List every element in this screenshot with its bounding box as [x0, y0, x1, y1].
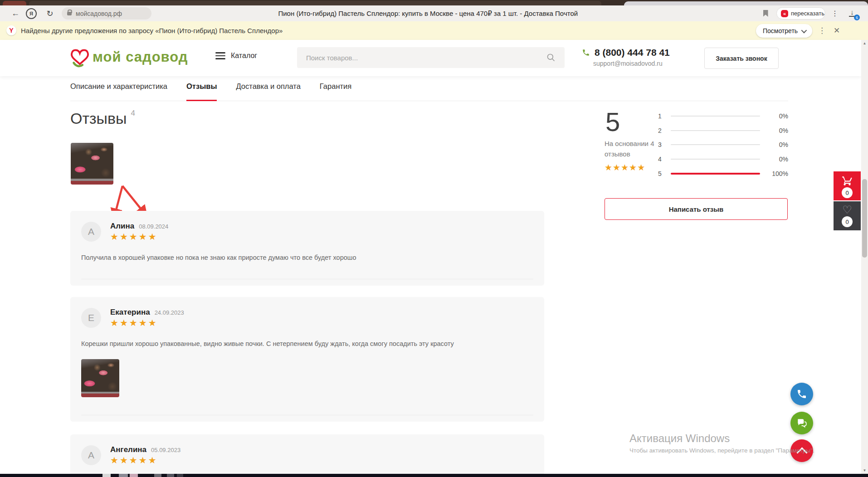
back-icon[interactable]: ← [10, 5, 21, 21]
reviews-heading-text: Отзывы [70, 110, 127, 127]
rating-bar-label: 4 [658, 156, 664, 163]
rating-bar-percent: 0% [766, 156, 788, 163]
heart-logo-icon [69, 46, 91, 68]
rating-bar-label: 3 [658, 141, 664, 148]
wishlist-count-badge: 0 [842, 216, 853, 227]
lock-icon [67, 12, 72, 15]
review-date: 08.09.2024 [139, 223, 168, 230]
browser-toolbar: ← Я ↻ мойсадовод.рф Пион (Ито-гибрид) Па… [0, 5, 868, 22]
support-email[interactable]: support@moisadovod.ru [593, 60, 663, 67]
scrollbar-up-icon[interactable]: ▲ [861, 41, 868, 45]
search-input[interactable]: Поиск товаров... [297, 47, 565, 68]
cart-widget[interactable]: 0 [834, 171, 861, 200]
taskbar-item[interactable] [154, 474, 161, 477]
search-icon[interactable] [546, 53, 556, 62]
toolbar-menu-icon[interactable]: ⋮ [831, 5, 839, 21]
notification-close-icon[interactable]: ✕ [834, 21, 840, 40]
windows-watermark-subtitle: Чтобы активировать Windows, перейдите в … [629, 447, 814, 454]
review-date: 05.09.2023 [151, 447, 180, 453]
scrollbar-thumb[interactable] [862, 179, 867, 258]
browser-tab-strip [0, 0, 868, 5]
windows-watermark-title: Активация Windows [629, 432, 730, 445]
browser-logo-letter: Я [26, 8, 37, 19]
view-offers-button[interactable]: Посмотреть [756, 24, 812, 38]
tab-0[interactable]: Описание и характеристика [70, 82, 167, 101]
divider [81, 279, 533, 279]
review-stars: ★★★★★ [110, 232, 168, 241]
bookmark-glyph [763, 10, 768, 17]
browser-tab[interactable] [3, 1, 26, 5]
rating-bar-track [671, 144, 760, 145]
taskbar-item[interactable] [167, 474, 174, 477]
address-bar[interactable]: мойсадовод.рф [62, 7, 151, 19]
review-card: Е Екатерина 24.09.2023 ★★★★★ Корешки при… [70, 297, 544, 422]
rating-bar-track [671, 159, 760, 160]
notification-menu-icon[interactable]: ⋮ [818, 21, 826, 40]
reviewer-name: Екатерина [110, 308, 150, 317]
retell-button[interactable]: « пересказать [776, 7, 825, 19]
callback-button[interactable]: Заказать звонок [704, 48, 779, 69]
reviewer-name: Ангелина [110, 445, 146, 454]
review-stars: ★★★★★ [110, 456, 180, 465]
cart-icon [841, 175, 853, 186]
phone-link[interactable]: 8 (800) 444 78 41 [582, 47, 670, 58]
download-badge: 6 [854, 15, 860, 20]
page-title: Пион (Ито-гибрид) Пастель Сплендор: купи… [278, 5, 578, 21]
view-offers-label: Посмотреть [763, 27, 798, 34]
retell-label: пересказать [791, 10, 824, 17]
reviews-heading: Отзывы4 [70, 109, 135, 127]
avatar: А [81, 445, 101, 465]
review-card: А Ангелина 05.09.2023 ★★★★★ [70, 434, 544, 477]
wishlist-widget[interactable]: ♡ 0 [834, 201, 861, 230]
downloads-button[interactable]: ↓ 6 [847, 9, 857, 19]
rating-bar-fill [671, 173, 760, 175]
review-gallery-photo[interactable] [71, 143, 113, 185]
catalog-button[interactable]: Каталог [215, 52, 257, 60]
taskbar-item[interactable] [102, 474, 111, 477]
taskbar-item[interactable] [119, 474, 128, 477]
rating-bar-row: 2 0% [658, 123, 788, 138]
rating-bar-track [671, 173, 760, 174]
site-logo[interactable]: мой садовод [69, 46, 188, 68]
review-photo[interactable] [81, 359, 119, 397]
url-text: мойсадовод.рф [76, 10, 122, 17]
tab-2[interactable]: Доставка и оплата [236, 82, 300, 101]
site-header: мой садовод Каталог Поиск товаров... 8 (… [0, 40, 861, 76]
refresh-icon[interactable]: ↻ [44, 5, 55, 21]
cart-count-badge: 0 [842, 187, 853, 198]
rating-bar-percent: 0% [766, 127, 788, 134]
taskbar-item[interactable] [177, 474, 183, 477]
screen: ← Я ↻ мойсадовод.рф Пион (Ито-гибрид) Па… [0, 0, 868, 477]
reviewer-name: Алина [110, 222, 134, 231]
rating-bar-row: 1 0% [658, 109, 788, 123]
retell-icon: « [781, 10, 788, 17]
tab-reviews[interactable]: Отзывы [186, 82, 217, 101]
browser-tab[interactable] [29, 1, 601, 5]
catalog-label: Каталог [231, 52, 257, 60]
review-date: 24.09.2023 [155, 309, 184, 316]
write-review-button[interactable]: Написать отзыв [605, 198, 788, 220]
chat-fab[interactable] [790, 412, 813, 434]
rating-bars: 1 0% 2 0% 3 0% 4 0% 5 100% [658, 109, 788, 181]
review-stars: ★★★★★ [110, 318, 184, 327]
call-fab[interactable] [790, 383, 813, 405]
phone-number: 8 (800) 444 78 41 [595, 47, 670, 58]
browser-tab-active[interactable] [624, 1, 868, 5]
notification-text: Найдены другие предложения по запросу «П… [21, 21, 283, 40]
chevron-down-icon [801, 27, 807, 33]
browser-logo-icon[interactable]: Я [25, 5, 37, 21]
review-card: А Алина 08.09.2024 ★★★★★ Получила в хоро… [70, 211, 544, 286]
notification-bar: Y Найдены другие предложения по запросу … [0, 21, 868, 40]
rating-bar-row: 5 100% [658, 166, 788, 181]
tab-3[interactable]: Гарантия [320, 82, 351, 101]
review-text: Корешки пришли хорошо упакованные, видно… [81, 340, 533, 347]
scrollbar[interactable]: ▲ ▼ [861, 40, 868, 474]
rating-bar-row: 4 0% [658, 152, 788, 166]
rating-bar-label: 5 [658, 170, 664, 177]
bookmark-icon[interactable] [761, 5, 770, 21]
rating-bar-row: 3 0% [658, 138, 788, 152]
tab-label: Отзывы [186, 82, 217, 90]
taskbar-item[interactable] [130, 474, 138, 477]
tab-label: Гарантия [320, 82, 351, 90]
scrollbar-down-icon[interactable]: ▼ [861, 468, 868, 472]
